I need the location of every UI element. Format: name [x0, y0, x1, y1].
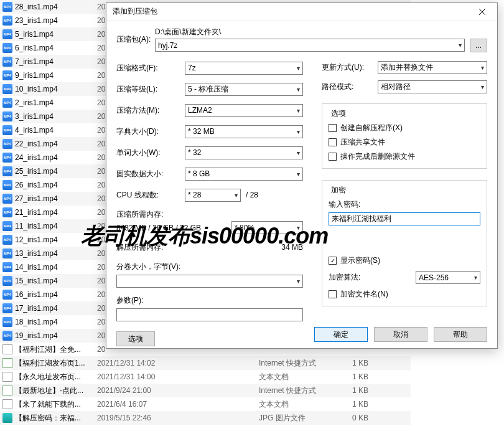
- mp4-file-icon: MP4: [2, 221, 12, 231]
- archive-name-input[interactable]: hyj.7z ▾: [155, 39, 465, 52]
- memory-select[interactable]: * 80%▾: [231, 221, 303, 234]
- password-input[interactable]: [329, 212, 480, 225]
- memory-label: 压缩所需内存:: [116, 209, 303, 220]
- chevron-down-icon: ▾: [297, 149, 300, 156]
- file-row[interactable]: 【解压密码：来福...2019/5/15 22:46JPG 图片文件0 KB: [0, 411, 411, 425]
- options-button[interactable]: 选项: [116, 331, 155, 346]
- file-type: 文本文档: [259, 372, 352, 382]
- file-type: JPG 图片文件: [259, 413, 352, 424]
- file-row[interactable]: 【来了就能下载的...2021/6/4 16:07文本文档1 KB: [0, 397, 411, 411]
- file-name: 3_iris1.mp4: [15, 112, 97, 121]
- file-row[interactable]: 【最新地址】-点此...2021/9/24 21:00Internet 快捷方式…: [0, 384, 411, 397]
- mp4-file-icon: MP4: [2, 84, 12, 94]
- sfx-checkbox[interactable]: [329, 124, 337, 132]
- file-name: 14_iris1.mp4: [15, 263, 97, 272]
- word-select[interactable]: * 32▾: [185, 146, 303, 159]
- mp4-file-icon: MP4: [2, 29, 12, 39]
- mp4-file-icon: MP4: [2, 70, 12, 80]
- word-label: 单词大小(W):: [116, 148, 185, 158]
- chevron-down-icon: ▾: [297, 86, 300, 93]
- file-type: Internet 快捷方式: [259, 358, 352, 369]
- shared-label: 压缩共享文件: [340, 137, 385, 148]
- chevron-down-icon: ▾: [297, 107, 300, 114]
- dict-label: 字典大小(D):: [116, 126, 185, 137]
- update-select[interactable]: 添加并替换文件▾: [378, 61, 487, 74]
- delete-checkbox[interactable]: [329, 153, 337, 161]
- options-legend: 选项: [329, 108, 348, 119]
- showpw-label: 显示密码(S): [340, 255, 380, 266]
- file-date: 2021/9/24 21:00: [97, 386, 259, 395]
- file-size: 1 KB: [352, 372, 390, 381]
- file-name: 28_iris1.mp4: [15, 2, 97, 11]
- chevron-down-icon: ▾: [297, 224, 300, 231]
- delete-label: 操作完成后删除源文件: [340, 151, 415, 162]
- method-label: 压缩方法(M):: [116, 105, 185, 116]
- mp4-file-icon: MP4: [2, 303, 12, 313]
- close-button[interactable]: [470, 4, 495, 19]
- file-name: 7_iris1.mp4: [15, 57, 97, 66]
- threads-select[interactable]: * 28▾: [185, 189, 241, 202]
- chevron-down-icon: ▾: [235, 192, 238, 199]
- threads-total: / 28: [246, 191, 258, 199]
- file-name: 22_iris1.mp4: [15, 140, 97, 148]
- add-to-archive-dialog: 添加到压缩包 压缩包(A): D:\桌面\新建文件夹\ hyj.7z ▾ ...: [106, 2, 498, 349]
- file-name: 26_iris1.mp4: [15, 181, 97, 189]
- memory-text: 8432 MB / 26 GB / 32 GB: [116, 224, 222, 232]
- method-select[interactable]: LZMA2▾: [185, 104, 303, 117]
- level-label: 压缩等级(L):: [116, 84, 185, 95]
- file-row[interactable]: 【福利江湖发布页1...2021/12/31 14:02Internet 快捷方…: [0, 356, 411, 370]
- mp4-file-icon: MP4: [2, 111, 12, 121]
- file-name: 2_iris1.mp4: [15, 98, 97, 107]
- mp4-file-icon: MP4: [2, 235, 12, 245]
- showpw-checkbox[interactable]: [329, 257, 337, 265]
- jpg-file-icon: [2, 413, 12, 423]
- doc-file-icon: [2, 399, 12, 409]
- params-input[interactable]: [116, 308, 303, 321]
- file-size: 1 KB: [352, 400, 390, 409]
- solid-select[interactable]: * 8 GB▾: [185, 168, 303, 181]
- chevron-down-icon: ▾: [459, 42, 462, 49]
- file-size: 1 KB: [352, 386, 390, 395]
- file-row[interactable]: 【永久地址发布页...2021/12/31 14:00文本文档1 KB: [0, 370, 411, 384]
- mp4-file-icon: MP4: [2, 290, 12, 300]
- chevron-down-icon: ▾: [297, 278, 300, 285]
- mp4-file-icon: MP4: [2, 262, 12, 272]
- dialog-title: 添加到压缩包: [113, 6, 470, 17]
- mp4-file-icon: MP4: [2, 139, 12, 149]
- doc-file-icon: [2, 372, 12, 382]
- chevron-down-icon: ▾: [481, 64, 484, 71]
- file-name: 13_iris1.mp4: [15, 249, 97, 258]
- mp4-file-icon: MP4: [2, 98, 12, 108]
- mp4-file-icon: MP4: [2, 43, 12, 53]
- dialog-titlebar: 添加到压缩包: [106, 3, 497, 21]
- shared-checkbox[interactable]: [329, 138, 337, 146]
- encname-label: 加密文件名(N): [340, 289, 388, 300]
- split-select[interactable]: ▾: [116, 275, 303, 288]
- file-name: 10_iris1.mp4: [15, 85, 97, 93]
- doc-file-icon: [2, 344, 12, 354]
- pathmode-select[interactable]: 相对路径▾: [378, 80, 487, 93]
- file-date: 2021/12/31 14:02: [97, 359, 259, 367]
- file-name: 4_iris1.mp4: [15, 126, 97, 135]
- encname-checkbox[interactable]: [329, 290, 337, 298]
- file-name: 27_iris1.mp4: [15, 194, 97, 203]
- help-button[interactable]: 帮助: [434, 327, 487, 342]
- file-name: 18_iris1.mp4: [15, 318, 97, 326]
- algo-select[interactable]: AES-256▾: [416, 271, 480, 284]
- browse-button[interactable]: ...: [470, 39, 487, 52]
- file-name: 9_iris1.mp4: [15, 71, 97, 80]
- mp4-file-icon: MP4: [2, 153, 12, 163]
- format-select[interactable]: 7z▾: [185, 62, 303, 75]
- algo-label: 加密算法:: [329, 272, 416, 283]
- dict-select[interactable]: * 32 MB▾: [185, 125, 303, 138]
- file-name: 6_iris1.mp4: [15, 44, 97, 52]
- file-name: 5_iris1.mp4: [15, 30, 97, 39]
- file-name: 16_iris1.mp4: [15, 290, 97, 299]
- file-name: 21_iris1.mp4: [15, 208, 97, 217]
- file-name: 11_iris1.mp4: [15, 222, 97, 230]
- file-name: 17_iris1.mp4: [15, 304, 97, 313]
- cancel-button[interactable]: 取消: [374, 327, 427, 342]
- ok-button[interactable]: 确定: [314, 327, 368, 342]
- level-select[interactable]: 5 - 标准压缩▾: [185, 83, 303, 96]
- file-name: 【福利江湖发布页1...: [15, 358, 97, 369]
